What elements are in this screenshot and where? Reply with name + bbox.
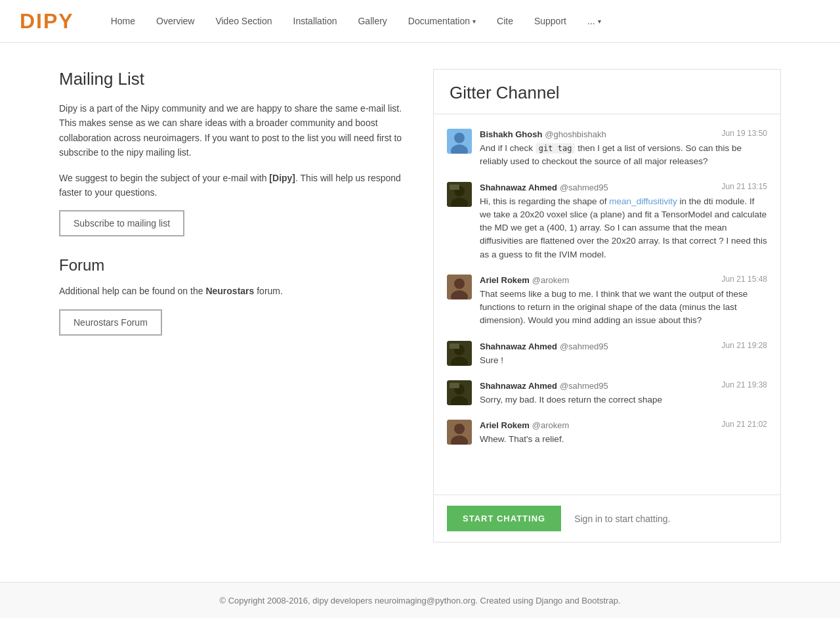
- author-handle: @sahmed95: [560, 183, 608, 192]
- author-handle: @arokem: [532, 275, 570, 285]
- message-content: Ariel Rokem @arokem Jun 21 15:48 That se…: [480, 275, 767, 328]
- nav-link-installation[interactable]: Installation: [283, 9, 348, 33]
- author-handle: @arokem: [532, 420, 570, 430]
- message-time: Jun 21 13:15: [722, 182, 767, 192]
- author-name: Shahnawaz Ahmed: [480, 342, 557, 351]
- sign-in-text: Sign in to start chatting.: [574, 514, 670, 524]
- neurostars-forum-button[interactable]: Neurostars Forum: [59, 309, 162, 336]
- message-header: Shahnawaz Ahmed @sahmed95 Jun 21 13:15: [480, 182, 767, 192]
- message-time: Jun 19 13:50: [722, 129, 767, 139]
- forum-description: Additional help can be found on the Neur…: [59, 284, 407, 298]
- chat-message: Ariel Rokem @arokem Jun 21 15:48 That se…: [434, 268, 780, 334]
- avatar: [447, 341, 472, 366]
- message-author-handle: Ariel Rokem @arokem: [480, 275, 569, 285]
- forum-title: Forum: [59, 256, 407, 275]
- nav-link-overview[interactable]: Overview: [146, 9, 205, 33]
- site-footer: © Copyright 2008-2016, dipy developers n…: [0, 582, 840, 618]
- message-author-handle: Bishakh Ghosh @ghoshbishakh: [480, 129, 606, 139]
- message-body: Sorry, my bad. It does return the correc…: [480, 393, 767, 407]
- author-handle: @sahmed95: [560, 381, 608, 391]
- svg-rect-13: [450, 343, 459, 349]
- nav-item-overview[interactable]: Overview: [146, 9, 205, 33]
- author-name: Ariel Rokem: [480, 420, 530, 430]
- message-author-handle: Shahnawaz Ahmed @sahmed95: [480, 182, 608, 192]
- message-header: Shahnawaz Ahmed @sahmed95 Jun 21 19:28: [480, 341, 767, 351]
- nav-link-home[interactable]: Home: [100, 9, 146, 33]
- forum-desc-suffix: forum.: [254, 286, 283, 296]
- message-header: Ariel Rokem @arokem Jun 21 15:48: [480, 275, 767, 285]
- svg-rect-17: [450, 383, 459, 388]
- author-name: Ariel Rokem: [480, 275, 530, 285]
- svg-rect-6: [450, 185, 459, 190]
- nav-item-gallery[interactable]: Gallery: [347, 9, 397, 33]
- mailing-desc2-prefix: We suggest to begin the subject of your …: [59, 173, 269, 183]
- author-name: Shahnawaz Ahmed: [480, 183, 557, 192]
- message-content: Shahnawaz Ahmed @sahmed95 Jun 21 19:38 S…: [480, 380, 767, 407]
- neurostars-label: Neurostars: [205, 286, 254, 296]
- nav-link-gallery[interactable]: Gallery: [347, 9, 397, 33]
- nav-item-more[interactable]: ...: [577, 9, 612, 33]
- svg-point-8: [454, 278, 465, 289]
- avatar: [447, 182, 472, 207]
- forum-desc-prefix: Additional help can be found on the: [59, 286, 205, 296]
- message-body: And if I check git tag then I get a list…: [480, 142, 767, 169]
- chat-message: Ariel Rokem @arokem Jun 21 21:02 Whew. T…: [434, 413, 780, 452]
- mailing-list-title: Mailing List: [59, 69, 407, 89]
- message-body: That seems like a bug to me. I think tha…: [480, 288, 767, 328]
- author-name: Shahnawaz Ahmed: [480, 381, 557, 391]
- svg-point-1: [454, 133, 465, 143]
- brand-text: DIPY: [20, 9, 74, 33]
- left-column: Mailing List Dipy is a part of the Nipy …: [59, 69, 407, 542]
- chat-message: Shahnawaz Ahmed @sahmed95 Jun 21 13:15 H…: [434, 175, 780, 268]
- message-body: Whew. That's a relief.: [480, 433, 767, 446]
- avatar: [447, 275, 472, 299]
- mailing-desc2-tag: [Dipy]: [269, 173, 295, 183]
- nav-link-video[interactable]: Video Section: [205, 9, 282, 33]
- message-author-handle: Ariel Rokem @arokem: [480, 420, 569, 430]
- chat-message: Bishakh Ghosh @ghoshbishakh Jun 19 13:50…: [434, 122, 780, 175]
- mailing-description2: We suggest to begin the subject of your …: [59, 171, 407, 200]
- nav-item-installation[interactable]: Installation: [283, 9, 348, 33]
- mailing-description1: Dipy is a part of the Nipy community and…: [59, 101, 407, 160]
- nav-item-support[interactable]: Support: [524, 9, 577, 33]
- message-content: Shahnawaz Ahmed @sahmed95 Jun 21 13:15 H…: [480, 182, 767, 261]
- brand-logo[interactable]: DIPY: [20, 9, 74, 33]
- subscribe-button[interactable]: Subscribe to mailing list: [59, 210, 184, 236]
- main-content: Mailing List Dipy is a part of the Nipy …: [46, 43, 794, 569]
- svg-point-19: [454, 424, 465, 434]
- code-snippet: git tag: [536, 143, 576, 154]
- nav-link-support[interactable]: Support: [524, 9, 577, 33]
- author-handle: @sahmed95: [560, 342, 608, 351]
- message-time: Jun 21 21:02: [722, 420, 767, 430]
- message-time: Jun 21 19:28: [722, 341, 767, 351]
- message-content: Bishakh Ghosh @ghoshbishakh Jun 19 13:50…: [480, 129, 767, 169]
- navbar: DIPY Home Overview Video Section Install…: [0, 0, 840, 43]
- nav-link-documentation[interactable]: Documentation: [398, 9, 486, 33]
- message-author-handle: Shahnawaz Ahmed @sahmed95: [480, 341, 608, 351]
- nav-item-home[interactable]: Home: [100, 9, 146, 33]
- message-header: Shahnawaz Ahmed @sahmed95 Jun 21 19:38: [480, 380, 767, 391]
- author-handle: @ghoshbishakh: [545, 129, 606, 139]
- message-header: Bishakh Ghosh @ghoshbishakh Jun 19 13:50: [480, 129, 767, 139]
- message-time: Jun 21 19:38: [722, 380, 767, 391]
- chat-messages-list: Bishakh Ghosh @ghoshbishakh Jun 19 13:50…: [434, 114, 780, 495]
- nav-item-video[interactable]: Video Section: [205, 9, 282, 33]
- avatar: [447, 420, 472, 445]
- author-name: Bishakh Ghosh: [480, 129, 542, 139]
- avatar: [447, 129, 472, 154]
- gitter-title: Gitter Channel: [434, 70, 780, 114]
- nav-link-cite[interactable]: Cite: [486, 9, 524, 33]
- mean-diffusitivity-link[interactable]: mean_diffusitivity: [609, 196, 677, 206]
- message-body: Hi, this is regarding the shape of mean_…: [480, 195, 767, 261]
- content-grid: Mailing List Dipy is a part of the Nipy …: [59, 69, 781, 542]
- start-chatting-button[interactable]: START CHATTING: [447, 506, 561, 531]
- nav-menu: Home Overview Video Section Installation…: [100, 9, 612, 33]
- message-author-handle: Shahnawaz Ahmed @sahmed95: [480, 380, 608, 391]
- nav-link-more[interactable]: ...: [577, 9, 612, 33]
- message-time: Jun 21 15:48: [722, 275, 767, 285]
- message-content: Ariel Rokem @arokem Jun 21 21:02 Whew. T…: [480, 420, 767, 446]
- nav-item-documentation[interactable]: Documentation: [398, 9, 486, 33]
- nav-item-cite[interactable]: Cite: [486, 9, 524, 33]
- chat-message: Shahnawaz Ahmed @sahmed95 Jun 21 19:28 S…: [434, 334, 780, 374]
- message-content: Shahnawaz Ahmed @sahmed95 Jun 21 19:28 S…: [480, 341, 767, 367]
